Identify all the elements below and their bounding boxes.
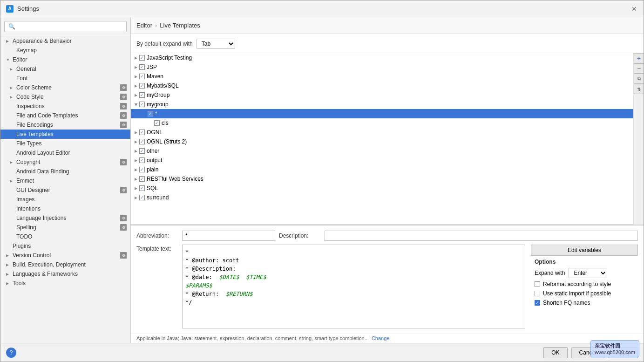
sidebar-item-build[interactable]: ▶ Build, Execution, Deployment bbox=[0, 260, 130, 269]
shorten-eq-checkbox[interactable] bbox=[535, 300, 540, 306]
group-checkbox[interactable] bbox=[139, 195, 145, 200]
group-row-jsp[interactable]: ▶ JSP bbox=[131, 62, 633, 72]
sidebar-item-todo[interactable]: TODO bbox=[0, 232, 130, 241]
sidebar-item-file-encodings[interactable]: File Encodings ⚙ bbox=[0, 120, 130, 130]
sidebar-label: Images bbox=[16, 196, 34, 203]
group-row-js-testing[interactable]: ▶ JavaScript Testing bbox=[131, 53, 633, 62]
close-button[interactable]: ✕ bbox=[630, 5, 638, 13]
sidebar-item-editor[interactable]: ▼ Editor bbox=[0, 55, 130, 64]
group-checkbox[interactable] bbox=[139, 130, 145, 135]
group-checkbox[interactable] bbox=[139, 157, 145, 163]
search-input[interactable] bbox=[4, 21, 127, 32]
group-row-mygroup-upper[interactable]: ▶ myGroup bbox=[131, 90, 633, 100]
group-checkbox[interactable] bbox=[139, 55, 145, 61]
sidebar-item-plugins[interactable]: Plugins bbox=[0, 241, 130, 251]
group-checkbox[interactable] bbox=[139, 92, 145, 98]
template-checkbox[interactable] bbox=[154, 120, 160, 126]
group-checkbox[interactable] bbox=[139, 148, 145, 154]
expand-with-select[interactable]: Enter Tab Space bbox=[569, 268, 607, 278]
sidebar-item-languages[interactable]: ▶ Languages & Frameworks bbox=[0, 269, 130, 279]
group-row-mygroup-lower[interactable]: ▶ mygroup bbox=[131, 100, 633, 109]
sidebar-item-general[interactable]: ▶ General bbox=[0, 64, 130, 74]
breadcrumb: Editor › Live Templates bbox=[131, 17, 644, 34]
sidebar-item-android-data[interactable]: Android Data Binding bbox=[0, 167, 130, 176]
sidebar-item-file-types[interactable]: File Types bbox=[0, 139, 130, 148]
sidebar-item-images[interactable]: Images bbox=[0, 195, 130, 204]
sidebar: ▶ Appearance & Behavior Keymap ▼ Editor … bbox=[0, 17, 131, 343]
move-template-button[interactable]: ⇅ bbox=[634, 84, 644, 94]
static-import-checkbox[interactable] bbox=[535, 291, 540, 296]
sidebar-item-keymap[interactable]: Keymap bbox=[0, 46, 130, 55]
group-row-ognl-struts[interactable]: ▶ OGNL (Struts 2) bbox=[131, 137, 633, 146]
breadcrumb-parent: Editor bbox=[136, 22, 152, 29]
group-checkbox[interactable] bbox=[139, 64, 145, 70]
add-template-button[interactable]: + bbox=[634, 53, 644, 63]
template-label: cls bbox=[162, 120, 169, 126]
template-editor[interactable]: * * @author: scott * @Description: * @da… bbox=[182, 245, 525, 328]
template-item-cls[interactable]: cls bbox=[131, 118, 633, 128]
group-checkbox[interactable] bbox=[139, 102, 145, 107]
group-checkbox[interactable] bbox=[139, 185, 145, 191]
group-row-plain[interactable]: ▶ plain bbox=[131, 165, 633, 174]
ok-button[interactable]: OK bbox=[543, 347, 567, 358]
expand-label: By default expand with bbox=[136, 41, 193, 47]
sidebar-item-file-code-templates[interactable]: File and Code Templates ⚙ bbox=[0, 111, 130, 120]
group-checkbox[interactable] bbox=[139, 167, 145, 172]
sidebar-item-font[interactable]: Font bbox=[0, 74, 130, 83]
sidebar-item-android-layout[interactable]: Android Layout Editor bbox=[0, 148, 130, 157]
copy-template-button[interactable]: ⧉ bbox=[634, 74, 644, 84]
sidebar-item-tools[interactable]: ▶ Tools bbox=[0, 279, 130, 288]
badge-icon: ⚙ bbox=[120, 252, 127, 259]
group-label: JSP bbox=[147, 64, 157, 70]
sidebar-item-version-control[interactable]: ▶ Version Control ⚙ bbox=[0, 251, 130, 260]
sidebar-item-appearance[interactable]: ▶ Appearance & Behavior bbox=[0, 36, 130, 46]
sidebar-item-live-templates[interactable]: Live Templates bbox=[0, 130, 130, 139]
group-row-maven[interactable]: ▶ Maven bbox=[131, 72, 633, 81]
expand-select[interactable]: Tab Enter Space bbox=[197, 39, 235, 49]
group-row-other[interactable]: ▶ other bbox=[131, 146, 633, 156]
group-row-restful[interactable]: ▶ RESTful Web Services bbox=[131, 174, 633, 184]
sidebar-item-spelling[interactable]: Spelling ⚙ bbox=[0, 223, 130, 232]
templates-list[interactable]: ▶ JavaScript Testing ▶ JSP ▶ bbox=[131, 53, 633, 225]
sidebar-item-code-style[interactable]: ▶ Code Style ⚙ bbox=[0, 92, 130, 102]
sidebar-item-emmet[interactable]: ▶ Emmet bbox=[0, 176, 130, 185]
group-label: output bbox=[147, 157, 162, 164]
group-checkbox[interactable] bbox=[139, 74, 145, 79]
sidebar-label: Copyright bbox=[16, 159, 40, 165]
group-row-ognl[interactable]: ▶ OGNL bbox=[131, 128, 633, 137]
reformat-checkbox[interactable] bbox=[535, 281, 540, 287]
group-row-sql[interactable]: ▶ SQL bbox=[131, 184, 633, 193]
group-checkbox[interactable] bbox=[139, 176, 145, 182]
remove-template-button[interactable]: − bbox=[634, 63, 644, 74]
sidebar-item-copyright[interactable]: ▶ Copyright ⚙ bbox=[0, 157, 130, 167]
group-checkbox[interactable] bbox=[139, 83, 145, 89]
group-row-mybatis[interactable]: ▶ Mybatis/SQL bbox=[131, 81, 633, 90]
abbreviation-input[interactable] bbox=[182, 231, 275, 241]
sidebar-item-color-scheme[interactable]: ▶ Color Scheme ⚙ bbox=[0, 83, 130, 92]
template-item-star[interactable]: * bbox=[131, 109, 633, 118]
group-checkbox[interactable] bbox=[139, 139, 145, 144]
change-link[interactable]: Change bbox=[372, 335, 390, 341]
options-title: Options bbox=[535, 259, 638, 265]
group-row-output[interactable]: ▶ output bbox=[131, 156, 633, 165]
template-var: $TIME$ bbox=[246, 274, 266, 280]
sidebar-label: Font bbox=[16, 75, 27, 82]
group-label: Maven bbox=[147, 73, 163, 80]
template-checkbox[interactable] bbox=[148, 111, 153, 116]
sidebar-item-lang-injections[interactable]: Language Injections ⚙ bbox=[0, 213, 130, 223]
sidebar-item-gui-designer[interactable]: GUI Designer ⚙ bbox=[0, 185, 130, 195]
template-text-label: Template text: bbox=[136, 246, 178, 252]
edit-variables-button[interactable]: Edit variables bbox=[531, 245, 638, 256]
abbreviation-label: Abbreviation: bbox=[136, 232, 178, 239]
badge-icon: ⚙ bbox=[120, 112, 127, 119]
group-row-surround[interactable]: ▶ surround bbox=[131, 193, 633, 202]
help-button[interactable]: ? bbox=[6, 348, 16, 358]
applicable-text: Applicable in Java; Java: statement, exp… bbox=[136, 335, 369, 341]
template-line: * @Description: bbox=[185, 265, 522, 273]
sidebar-item-inspections[interactable]: Inspections ⚙ bbox=[0, 102, 130, 111]
description-input[interactable] bbox=[325, 231, 638, 241]
group-label: other bbox=[147, 148, 159, 154]
sidebar-item-intentions[interactable]: Intentions bbox=[0, 204, 130, 213]
template-line: * bbox=[185, 248, 522, 256]
sidebar-label: TODO bbox=[16, 233, 32, 240]
